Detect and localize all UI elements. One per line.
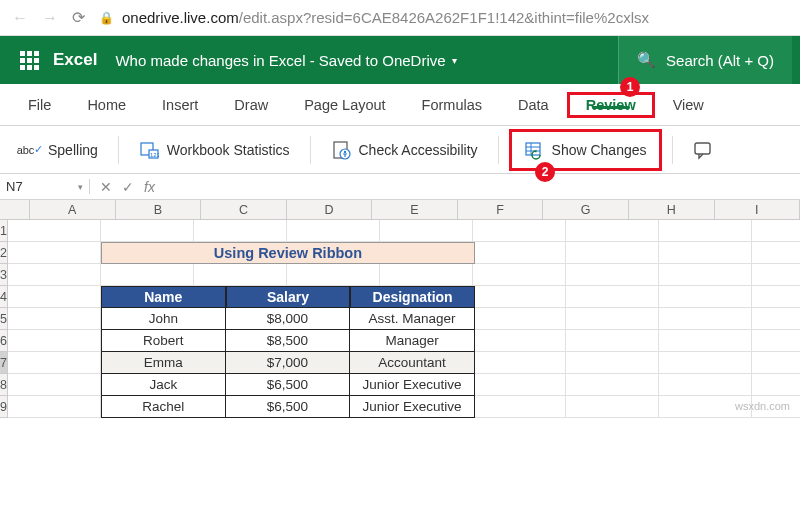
cell[interactable] bbox=[659, 374, 752, 396]
cell[interactable] bbox=[752, 264, 800, 286]
cell[interactable] bbox=[752, 330, 800, 352]
back-icon[interactable]: ← bbox=[12, 9, 28, 27]
column-header[interactable]: G bbox=[543, 200, 629, 220]
cell[interactable] bbox=[659, 330, 752, 352]
cell[interactable] bbox=[659, 286, 752, 308]
cancel-icon[interactable]: ✕ bbox=[100, 179, 112, 195]
table-cell[interactable]: Asst. Manager bbox=[350, 308, 475, 330]
tab-view[interactable]: View bbox=[655, 84, 722, 125]
table-header[interactable]: Name bbox=[101, 286, 226, 308]
cell[interactable] bbox=[659, 242, 752, 264]
table-cell[interactable]: $7,000 bbox=[226, 352, 351, 374]
cell[interactable] bbox=[659, 264, 752, 286]
cell[interactable] bbox=[752, 352, 800, 374]
row-header[interactable]: 8 bbox=[0, 374, 8, 396]
cell[interactable] bbox=[8, 374, 101, 396]
cmd-show-changes[interactable]: Show Changes bbox=[514, 134, 657, 166]
cell[interactable] bbox=[659, 308, 752, 330]
table-cell[interactable]: Jack bbox=[101, 374, 226, 396]
table-cell[interactable]: Junior Executive bbox=[350, 396, 475, 418]
cell[interactable] bbox=[566, 242, 659, 264]
cell[interactable] bbox=[287, 264, 380, 286]
column-header[interactable]: H bbox=[629, 200, 715, 220]
cell[interactable] bbox=[8, 396, 101, 418]
url-field[interactable]: 🔒 onedrive.live.com/edit.aspx?resid=6CAE… bbox=[99, 9, 788, 26]
cell[interactable] bbox=[194, 264, 287, 286]
cell[interactable] bbox=[473, 308, 566, 330]
cell[interactable] bbox=[8, 220, 101, 242]
row-header[interactable]: 9 bbox=[0, 396, 8, 418]
column-header[interactable]: C bbox=[201, 200, 287, 220]
cell[interactable] bbox=[380, 220, 473, 242]
table-cell[interactable]: Manager bbox=[350, 330, 475, 352]
table-cell[interactable]: $8,000 bbox=[226, 308, 351, 330]
tab-file[interactable]: File bbox=[10, 84, 69, 125]
cell[interactable] bbox=[752, 286, 800, 308]
tab-page-layout[interactable]: Page Layout bbox=[286, 84, 403, 125]
column-header[interactable]: D bbox=[287, 200, 373, 220]
cell[interactable] bbox=[101, 220, 194, 242]
column-header[interactable]: A bbox=[30, 200, 116, 220]
cmd-spelling[interactable]: abc✓ Spelling bbox=[10, 134, 108, 166]
reload-icon[interactable]: ⟳ bbox=[72, 8, 85, 27]
table-cell[interactable]: Accountant bbox=[350, 352, 475, 374]
cell[interactable] bbox=[473, 330, 566, 352]
row-header[interactable]: 5 bbox=[0, 308, 8, 330]
cell[interactable] bbox=[8, 242, 101, 264]
cell[interactable] bbox=[566, 330, 659, 352]
row-header[interactable]: 6 bbox=[0, 330, 8, 352]
cell[interactable] bbox=[8, 330, 101, 352]
cell[interactable] bbox=[752, 374, 800, 396]
tab-review[interactable]: Review bbox=[574, 97, 648, 113]
cell[interactable] bbox=[752, 308, 800, 330]
cell[interactable] bbox=[380, 264, 473, 286]
cmd-check-accessibility[interactable]: Check Accessibility bbox=[321, 134, 488, 166]
tab-home[interactable]: Home bbox=[69, 84, 144, 125]
cell[interactable] bbox=[566, 308, 659, 330]
table-cell[interactable]: Rachel bbox=[101, 396, 226, 418]
table-cell[interactable]: $6,500 bbox=[226, 396, 351, 418]
cell[interactable] bbox=[473, 396, 566, 418]
cell[interactable] bbox=[8, 308, 101, 330]
column-header[interactable]: B bbox=[116, 200, 202, 220]
cell[interactable] bbox=[566, 264, 659, 286]
cell[interactable] bbox=[473, 286, 566, 308]
table-header[interactable]: Salary bbox=[226, 286, 351, 308]
confirm-icon[interactable]: ✓ bbox=[122, 179, 134, 195]
cell[interactable] bbox=[473, 352, 566, 374]
fx-icon[interactable]: fx bbox=[144, 179, 155, 195]
column-header[interactable]: I bbox=[715, 200, 801, 220]
table-cell[interactable]: $6,500 bbox=[226, 374, 351, 396]
cell[interactable] bbox=[8, 352, 101, 374]
sheet-title[interactable]: Using Review Ribbon bbox=[101, 242, 475, 264]
cell[interactable] bbox=[566, 352, 659, 374]
cell[interactable] bbox=[566, 220, 659, 242]
row-header[interactable]: 7 bbox=[0, 352, 8, 374]
name-box[interactable]: N7 ▾ bbox=[0, 179, 90, 194]
table-cell[interactable]: Robert bbox=[101, 330, 226, 352]
cell[interactable] bbox=[194, 220, 287, 242]
app-launcher-icon[interactable] bbox=[20, 51, 39, 70]
row-header[interactable]: 3 bbox=[0, 264, 8, 286]
cell[interactable] bbox=[659, 220, 752, 242]
cell[interactable] bbox=[8, 286, 101, 308]
tab-draw[interactable]: Draw bbox=[216, 84, 286, 125]
cell[interactable] bbox=[473, 264, 566, 286]
cell[interactable] bbox=[659, 352, 752, 374]
forward-icon[interactable]: → bbox=[42, 9, 58, 27]
table-cell[interactable]: Emma bbox=[101, 352, 226, 374]
tab-insert[interactable]: Insert bbox=[144, 84, 216, 125]
cell[interactable] bbox=[566, 286, 659, 308]
cell[interactable] bbox=[473, 374, 566, 396]
cell[interactable] bbox=[287, 220, 380, 242]
table-cell[interactable]: Junior Executive bbox=[350, 374, 475, 396]
table-cell[interactable]: John bbox=[101, 308, 226, 330]
tab-data[interactable]: Data bbox=[500, 84, 567, 125]
cell[interactable] bbox=[752, 220, 800, 242]
cell[interactable] bbox=[473, 242, 566, 264]
row-header[interactable]: 1 bbox=[0, 220, 8, 242]
table-cell[interactable]: $8,500 bbox=[226, 330, 351, 352]
tab-formulas[interactable]: Formulas bbox=[404, 84, 500, 125]
cell[interactable] bbox=[101, 264, 194, 286]
cell[interactable] bbox=[473, 220, 566, 242]
